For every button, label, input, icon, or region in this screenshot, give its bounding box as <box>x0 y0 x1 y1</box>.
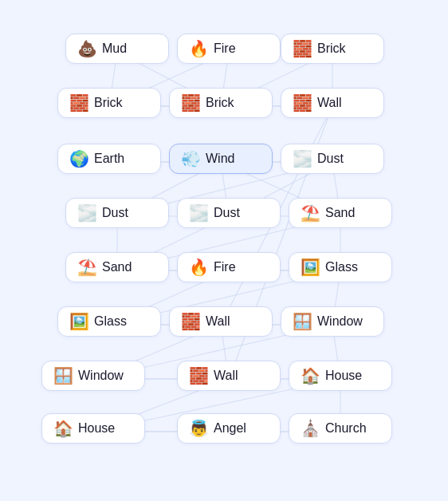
node-label-wind: Wind <box>206 152 234 166</box>
node-emoji-window1: 🪟 <box>293 314 312 329</box>
node-label-dust3: Dust <box>214 206 240 220</box>
node-emoji-glass2: 🖼️ <box>69 314 89 329</box>
node-label-house2: House <box>78 421 115 436</box>
node-sand2[interactable]: ⛱️Sand <box>65 252 169 282</box>
node-emoji-mud: 💩 <box>77 41 97 57</box>
node-label-brick1: Brick <box>317 41 346 56</box>
node-emoji-earth: 🌍 <box>69 151 89 167</box>
node-emoji-brick2: 🧱 <box>69 95 89 111</box>
node-label-fire1: Fire <box>214 41 236 56</box>
node-emoji-brick1: 🧱 <box>293 41 312 57</box>
node-emoji-wall2: 🧱 <box>181 314 201 329</box>
node-dust2[interactable]: 🌫️Dust <box>65 198 169 228</box>
node-emoji-house2: 🏠 <box>53 420 73 436</box>
node-mud[interactable]: 💩Mud <box>65 34 169 64</box>
node-label-mud: Mud <box>102 41 127 56</box>
node-wall1[interactable]: 🧱Wall <box>281 88 384 118</box>
node-emoji-angel: 👼 <box>189 420 209 436</box>
node-dust3[interactable]: 🌫️Dust <box>177 198 281 228</box>
node-wall3[interactable]: 🧱Wall <box>177 361 281 391</box>
node-label-sand1: Sand <box>325 206 355 220</box>
node-emoji-dust3: 🌫️ <box>189 205 209 221</box>
node-brick3[interactable]: 🧱Brick <box>169 88 273 118</box>
node-label-wall2: Wall <box>206 314 230 329</box>
node-house1[interactable]: 🏠House <box>289 361 392 391</box>
node-emoji-wind: 💨 <box>181 151 201 167</box>
node-emoji-fire2: 🔥 <box>189 259 209 275</box>
node-wall2[interactable]: 🧱Wall <box>169 306 273 337</box>
node-label-wall1: Wall <box>317 96 342 110</box>
node-emoji-brick3: 🧱 <box>181 95 201 111</box>
node-emoji-house1: 🏠 <box>301 368 320 384</box>
node-emoji-window2: 🪟 <box>53 368 73 384</box>
node-window1[interactable]: 🪟Window <box>281 306 384 337</box>
node-earth[interactable]: 🌍Earth <box>57 144 161 174</box>
node-fire1[interactable]: 🔥Fire <box>177 34 281 64</box>
node-brick1[interactable]: 🧱Brick <box>281 34 384 64</box>
node-window2[interactable]: 🪟Window <box>41 361 145 391</box>
graph-container: 💩Mud🔥Fire🧱Brick🧱Brick🧱Brick🧱Wall🌍Earth💨W… <box>0 0 448 501</box>
node-label-brick3: Brick <box>206 96 234 110</box>
node-emoji-fire1: 🔥 <box>189 41 209 57</box>
node-glass2[interactable]: 🖼️Glass <box>57 306 161 337</box>
node-brick2[interactable]: 🧱Brick <box>57 88 161 118</box>
node-label-glass2: Glass <box>94 314 127 329</box>
node-house2[interactable]: 🏠House <box>41 413 145 444</box>
node-emoji-wall3: 🧱 <box>189 368 209 384</box>
node-dust1[interactable]: 🌫️Dust <box>281 144 384 174</box>
node-church[interactable]: ⛪Church <box>289 413 392 444</box>
node-emoji-dust2: 🌫️ <box>77 205 97 221</box>
node-label-wall3: Wall <box>214 369 238 383</box>
node-label-glass1: Glass <box>325 260 358 274</box>
node-emoji-dust1: 🌫️ <box>293 151 312 167</box>
node-sand1[interactable]: ⛱️Sand <box>289 198 392 228</box>
nodes-layer: 💩Mud🔥Fire🧱Brick🧱Brick🧱Brick🧱Wall🌍Earth💨W… <box>0 0 448 501</box>
node-emoji-sand2: ⛱️ <box>77 259 97 275</box>
node-label-earth: Earth <box>94 152 124 166</box>
node-label-house1: House <box>325 369 362 383</box>
node-angel[interactable]: 👼Angel <box>177 413 281 444</box>
node-wind[interactable]: 💨Wind <box>169 144 273 174</box>
node-label-angel: Angel <box>214 421 246 436</box>
node-emoji-glass1: 🖼️ <box>301 259 320 275</box>
node-label-window2: Window <box>78 369 124 383</box>
node-label-brick2: Brick <box>94 96 123 110</box>
node-label-dust2: Dust <box>102 206 128 220</box>
node-label-fire2: Fire <box>214 260 236 274</box>
node-glass1[interactable]: 🖼️Glass <box>289 252 392 282</box>
node-emoji-wall1: 🧱 <box>293 95 312 111</box>
node-fire2[interactable]: 🔥Fire <box>177 252 281 282</box>
node-label-sand2: Sand <box>102 260 132 274</box>
node-emoji-church: ⛪ <box>301 420 320 436</box>
node-label-church: Church <box>325 421 367 436</box>
node-label-dust1: Dust <box>317 152 344 166</box>
node-label-window1: Window <box>317 314 363 329</box>
node-emoji-sand1: ⛱️ <box>301 205 320 221</box>
